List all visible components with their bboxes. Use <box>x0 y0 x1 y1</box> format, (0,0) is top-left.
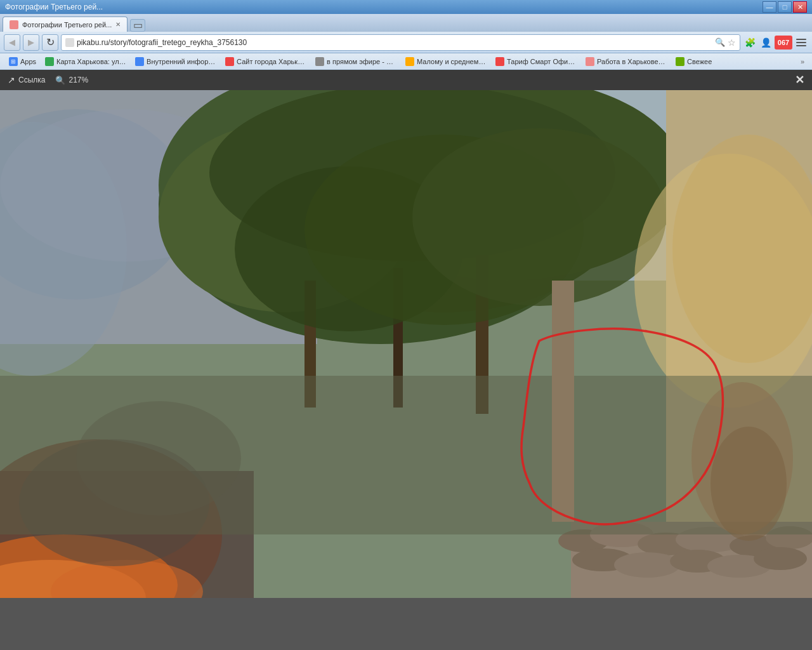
window-title-bar: Фотографии Третьего рей... — □ ✕ <box>0 0 812 14</box>
apps-bookmark-icon: ⊞ <box>9 57 18 66</box>
maximize-button[interactable]: □ <box>778 1 792 13</box>
image-canvas <box>0 90 812 650</box>
svg-rect-40 <box>0 376 812 534</box>
address-input[interactable] <box>77 38 712 47</box>
minimize-button[interactable]: — <box>763 1 776 13</box>
svg-point-42 <box>710 427 787 541</box>
svg-rect-43 <box>552 281 574 522</box>
refresh-button[interactable]: ↻ <box>42 34 58 51</box>
tab-1[interactable]: Фотографии Третьего рей... ✕ <box>3 17 128 32</box>
search-icon: 🔍 <box>715 37 725 47</box>
forward-button[interactable]: ▶ <box>23 34 39 51</box>
bookmark-svezhee[interactable]: Свежее <box>672 56 716 67</box>
karta-bookmark-icon <box>45 57 54 66</box>
back-button[interactable]: ◀ <box>4 34 20 51</box>
menu-line-1 <box>796 39 806 40</box>
image-area <box>0 90 812 650</box>
main-content: ↗ Ссылка 🔍 217% ✕ <box>0 70 812 650</box>
apps-bookmark-label: Apps <box>20 58 36 65</box>
bookmarks-bar: ⊞ Apps Карта Харькова: улиш... Внутренни… <box>0 53 812 70</box>
image-svg <box>0 90 812 598</box>
zoom-level: 217% <box>69 76 88 84</box>
efir-bookmark-label: в прямом эфире - ново... <box>327 58 396 65</box>
bookmarks-more-button[interactable]: » <box>798 56 807 67</box>
nav-right-buttons: 🧩 👤 067 <box>743 36 808 50</box>
rabota-bookmark-label: Работа в Харькове. Ва... <box>597 58 667 65</box>
chrome-menu-button[interactable] <box>794 36 808 50</box>
address-bar-container: 🔍 ☆ <box>61 34 740 51</box>
zoom-icon: 🔍 <box>55 76 65 85</box>
bookmark-vnutr[interactable]: Внутренний информаши... <box>131 56 220 67</box>
menu-line-3 <box>796 45 806 46</box>
vnutr-bookmark-label: Внутренний информаши... <box>147 58 216 65</box>
image-viewer-toolbar: ↗ Ссылка 🔍 217% ✕ <box>0 70 812 90</box>
svg-point-32 <box>754 547 807 570</box>
bookmark-efir[interactable]: в прямом эфире - ново... <box>311 56 400 67</box>
svezhee-bookmark-icon <box>676 57 684 66</box>
zoom-display: 🔍 217% <box>55 76 88 85</box>
window-title: Фотографии Третьего рей... <box>5 3 763 11</box>
malomu-bookmark-label: Малому и среднему биш... <box>417 58 487 65</box>
malomu-bookmark-icon <box>405 57 414 66</box>
window-controls: — □ ✕ <box>763 1 807 13</box>
067-bookmark-icon <box>225 57 234 66</box>
bookmark-malomu[interactable]: Малому и среднему биш... <box>402 56 490 67</box>
user-profile-button[interactable]: 👤 <box>759 36 773 50</box>
svg-point-17 <box>412 128 666 306</box>
link-icon: ↗ <box>8 75 15 85</box>
menu-line-2 <box>796 42 806 43</box>
bookmark-tarif[interactable]: Тариф Смарт Офис - М... <box>492 56 580 67</box>
vnutr-bookmark-icon <box>135 57 144 66</box>
link-button[interactable]: ↗ Ссылка <box>8 75 45 85</box>
tab-favicon <box>10 20 18 29</box>
secure-icon <box>65 38 74 47</box>
rabota-bookmark-icon <box>586 57 594 66</box>
tab-close-button[interactable]: ✕ <box>115 21 121 28</box>
tarif-bookmark-icon <box>495 57 504 66</box>
efir-bookmark-icon <box>315 57 324 66</box>
bookmark-star-icon[interactable]: ☆ <box>728 37 736 48</box>
extensions-button[interactable]: 🧩 <box>743 36 757 50</box>
bookmark-karta[interactable]: Карта Харькова: улиш... <box>41 56 130 67</box>
karta-bookmark-label: Карта Харькова: улиш... <box>56 58 126 65</box>
new-tab-button[interactable]: ▭ <box>130 19 145 32</box>
bookmark-rabota[interactable]: Работа в Харькове. Ва... <box>582 56 671 67</box>
link-label: Ссылка <box>18 76 45 84</box>
tab-label: Фотографии Третьего рей... <box>22 21 112 29</box>
window-close-button[interactable]: ✕ <box>793 1 807 13</box>
tab-bar: Фотографии Третьего рей... ✕ ▭ <box>0 14 812 32</box>
067-bookmark-label: Сайт города Харькове... <box>237 58 306 65</box>
svg-point-29 <box>614 552 680 578</box>
navigation-bar: ◀ ▶ ↻ 🔍 ☆ 🧩 👤 067 <box>0 32 812 53</box>
notification-badge-button[interactable]: 067 <box>775 36 792 50</box>
svezhee-bookmark-label: Свежее <box>687 58 712 65</box>
bookmark-067[interactable]: Сайт города Харькове... <box>221 56 310 67</box>
image-close-button[interactable]: ✕ <box>795 73 804 87</box>
tarif-bookmark-label: Тариф Смарт Офис - М... <box>507 58 577 65</box>
bookmark-apps[interactable]: ⊞ Apps <box>5 56 40 67</box>
